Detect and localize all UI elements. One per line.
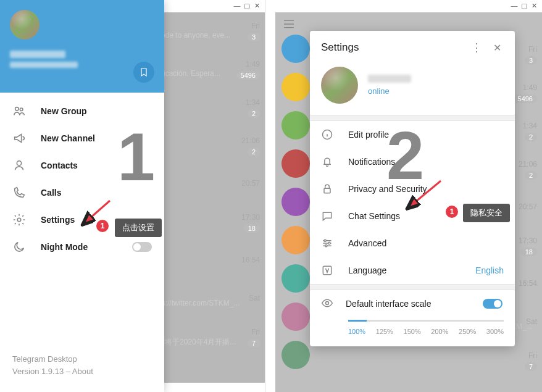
settings-edit-profile[interactable]: Edit profile xyxy=(310,121,515,148)
chat-row[interactable]: SatKM_... xyxy=(511,304,542,342)
chat-snippet: ps://twitter.com/STKM_... xyxy=(157,299,250,307)
row-label: Advanced xyxy=(348,238,504,248)
settings-sheet: Settings ⋮ ✕ online Edit profile Notific… xyxy=(310,31,515,346)
settings-scale[interactable]: Default interface scale xyxy=(310,290,515,317)
chat-avatar[interactable] xyxy=(281,149,310,178)
profile-block[interactable]: online xyxy=(310,62,515,115)
minimize-button[interactable]: — xyxy=(233,1,241,10)
chat-avatar[interactable] xyxy=(281,341,310,369)
chat-row[interactable]: 1:342 xyxy=(511,112,542,151)
chat-snippet: rificación. Espera... xyxy=(157,69,250,78)
chat-row[interactable]: 16:54 xyxy=(511,265,542,304)
row-label: Edit profile xyxy=(348,130,504,140)
chat-row[interactable]: Fri3code to anyone, eve... xyxy=(155,12,265,51)
chat-row[interactable]: Fri7 xyxy=(511,342,542,380)
chat-row[interactable]: Satps://twitter.com/STKM_... xyxy=(155,280,265,319)
chat-time: Fri xyxy=(251,22,260,30)
menu-new-channel[interactable]: New Channel xyxy=(0,125,164,152)
settings-privacy[interactable]: Privacy and Security xyxy=(310,175,515,202)
chat-avatar[interactable] xyxy=(281,73,310,101)
drawer-header xyxy=(0,0,164,93)
row-label: Notifications xyxy=(348,157,504,167)
scale-labels: 100%125%150%200%250%300% xyxy=(348,328,504,335)
menu-contacts[interactable]: Contacts xyxy=(0,152,164,179)
row-label: Language xyxy=(348,265,461,275)
chat-row[interactable]: 1:495496rificación. Espera... xyxy=(155,51,265,89)
settings-advanced[interactable]: Advanced xyxy=(310,230,515,257)
menu-new-group[interactable]: New Group xyxy=(0,98,164,125)
chat-time: Fri xyxy=(528,45,537,54)
close-icon[interactable]: ✕ xyxy=(491,42,504,54)
svg-point-2 xyxy=(17,161,21,165)
chat-avatar[interactable] xyxy=(281,264,310,293)
chat-row[interactable]: 1:495496 xyxy=(511,74,542,112)
hamburger-icon[interactable] xyxy=(283,19,295,29)
menu-label: Settings xyxy=(41,215,75,225)
unread-badge: 2 xyxy=(525,171,537,180)
phone-icon xyxy=(12,186,26,199)
chat-avatar[interactable] xyxy=(281,226,310,254)
app-version[interactable]: Version 1.9.13 – About xyxy=(12,365,93,378)
profile-avatar xyxy=(321,67,358,104)
minimize-button[interactable]: — xyxy=(510,1,519,10)
chat-avatar[interactable] xyxy=(281,302,310,331)
chat-time: 1:49 xyxy=(246,60,260,69)
menu-label: Night Mode xyxy=(41,242,88,252)
maximize-button[interactable]: ▢ xyxy=(520,1,528,10)
scale-option[interactable]: 150% xyxy=(404,328,421,335)
settings-notifications[interactable]: Notifications xyxy=(310,148,515,175)
menu-calls[interactable]: Calls xyxy=(0,179,164,206)
section-divider xyxy=(310,115,515,121)
right-panel: — ▢ ✕ Fri31:4954961:34221:06220:5717:301… xyxy=(275,0,542,392)
chat-row[interactable]: 16:54 xyxy=(155,242,265,280)
chat-row[interactable]: Fri3 xyxy=(511,36,542,74)
night-mode-toggle[interactable] xyxy=(132,242,152,252)
saved-messages-button[interactable] xyxy=(133,62,154,83)
svg-point-3 xyxy=(17,218,21,222)
chat-row[interactable]: 21:062 xyxy=(155,127,265,165)
menu-night-mode[interactable]: Night Mode xyxy=(0,233,164,261)
settings-language[interactable]: Language English xyxy=(310,257,515,284)
scale-option[interactable]: 200% xyxy=(431,328,448,335)
callout-marker-2: 1 xyxy=(446,206,458,218)
chat-row[interactable]: 20:57 xyxy=(511,189,542,227)
chat-time: 17:30 xyxy=(241,213,260,222)
more-icon[interactable]: ⋮ xyxy=(467,41,486,54)
scale-slider[interactable]: 100%125%150%200%250%300% xyxy=(310,320,515,346)
chat-avatar[interactable] xyxy=(281,35,310,63)
svg-point-6 xyxy=(324,240,326,241)
chat-row[interactable]: 20:57 xyxy=(155,165,265,204)
moon-icon xyxy=(12,240,26,254)
callout-tooltip-2: 隐私安全 xyxy=(463,204,510,222)
unread-badge: 2 xyxy=(248,109,260,118)
chat-row[interactable]: 17:3018 xyxy=(511,227,542,265)
main-menu-drawer: New Group New Channel Contacts Calls Set… xyxy=(0,0,164,392)
maximize-button[interactable]: ▢ xyxy=(243,1,251,10)
scale-toggle[interactable] xyxy=(483,299,502,309)
lock-icon xyxy=(321,183,333,195)
chat-avatar-column xyxy=(281,35,310,379)
chat-time: 17:30 xyxy=(519,236,537,245)
close-button[interactable]: ✕ xyxy=(530,1,538,10)
scale-option[interactable]: 100% xyxy=(348,328,365,335)
menu-label: Calls xyxy=(41,188,61,198)
chat-row[interactable]: 1:342 xyxy=(155,89,265,127)
language-value: English xyxy=(475,265,504,275)
scale-option[interactable]: 300% xyxy=(486,328,504,335)
scale-option[interactable]: 125% xyxy=(376,328,393,335)
chat-avatar[interactable] xyxy=(281,111,310,140)
chat-row[interactable]: Fri7作将于2020年4月开播... xyxy=(155,319,265,357)
user-avatar[interactable] xyxy=(10,10,40,40)
unread-badge: 18 xyxy=(244,224,260,233)
chat-row[interactable]: 17:3018 xyxy=(155,204,265,242)
profile-info: online xyxy=(368,75,411,96)
person-icon xyxy=(12,159,26,172)
bell-icon xyxy=(321,156,333,168)
chat-row[interactable]: 21:062 xyxy=(511,151,542,189)
close-button[interactable]: ✕ xyxy=(252,1,261,10)
scale-option[interactable]: 250% xyxy=(459,328,476,335)
chat-list-right-edge: Fri31:4954961:34221:06220:5717:301816:54… xyxy=(511,36,542,380)
group-icon xyxy=(12,104,26,118)
chat-avatar[interactable] xyxy=(281,188,310,216)
row-label: Privacy and Security xyxy=(348,184,504,194)
